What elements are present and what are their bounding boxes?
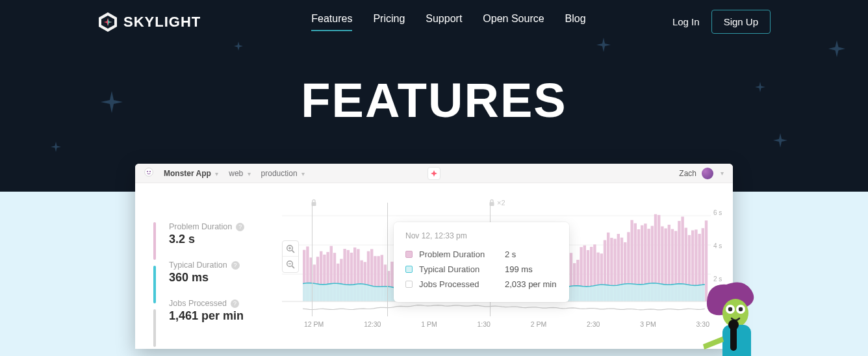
stat-gutter xyxy=(153,222,160,349)
svg-rect-137 xyxy=(705,220,708,301)
y-axis-ticks: 6 s 4 s 2 s xyxy=(713,209,728,283)
stat-value-jobs: 1,461 per min xyxy=(169,309,279,323)
tooltip-time: Nov 12, 12:33 pm xyxy=(405,231,557,240)
brand-name: SKYLIGHT xyxy=(123,14,201,31)
xtick: 3 PM xyxy=(640,320,656,328)
xtick: 3:30 xyxy=(696,320,709,328)
tooltip-value-jobs: 2,033 per min xyxy=(505,279,557,289)
swatch-teal-icon xyxy=(405,266,413,273)
user-name[interactable]: Zach xyxy=(679,169,696,178)
chart-zoom-tools xyxy=(282,240,299,273)
chevron-down-icon: ▾ xyxy=(301,170,305,177)
chevron-down-icon: ▾ xyxy=(721,170,724,177)
lock-badge: ×2 xyxy=(497,199,505,207)
brand-logo[interactable]: SKYLIGHT xyxy=(97,12,201,32)
svg-line-6 xyxy=(292,250,294,253)
stat-label-problem: Problem Duration xyxy=(169,222,232,231)
nav-features[interactable]: Features xyxy=(311,13,352,31)
env-select[interactable]: production xyxy=(261,169,298,178)
stat-label-jobs: Jobs Processed xyxy=(169,299,227,308)
swatch-grey-icon xyxy=(405,281,413,288)
segment-select[interactable]: web xyxy=(229,169,243,178)
zoom-in-icon[interactable] xyxy=(283,241,298,257)
ytick: 4 s xyxy=(713,242,728,249)
svg-point-4 xyxy=(149,171,151,172)
tooltip-value-problem: 2 s xyxy=(505,249,516,259)
app-name-select[interactable]: Monster App xyxy=(164,169,211,178)
star-decoration xyxy=(51,142,61,152)
dash-header: Monster App ▾ web ▾ production ▾ Zach ▾ xyxy=(135,164,733,183)
avatar[interactable] xyxy=(702,168,713,179)
nav-support[interactable]: Support xyxy=(426,13,462,31)
xtick: 2:30 xyxy=(587,320,600,328)
ytick: 6 s xyxy=(713,209,728,216)
xtick: 2 PM xyxy=(531,320,547,328)
xtick: 12:30 xyxy=(364,320,381,328)
tooltip-label-problem: Problem Duration xyxy=(419,249,498,259)
chart-area[interactable]: ×2 6 s 4 s 2 s xyxy=(282,203,713,349)
login-link[interactable]: Log In xyxy=(672,16,700,27)
ytick: 2 s xyxy=(713,275,728,283)
app-logo-icon xyxy=(144,168,153,179)
zoom-out-icon[interactable] xyxy=(283,257,298,272)
stat-block: Problem Duration ? 3.2 s Typical Duratio… xyxy=(169,222,279,349)
svg-point-3 xyxy=(147,171,148,172)
lock-marker: ×2 xyxy=(489,199,505,207)
signup-button[interactable]: Sign Up xyxy=(711,10,771,34)
chart-tooltip: Nov 12, 12:33 pm Problem Duration 2 s Ty… xyxy=(394,222,569,302)
stat-label-typical: Typical Duration xyxy=(169,261,227,270)
stat-value-problem: 3.2 s xyxy=(169,233,279,246)
x-axis-ticks: 12 PM 12:30 1 PM 1:30 2 PM 2:30 3 PM 3:3… xyxy=(282,316,713,328)
xtick: 1:30 xyxy=(478,320,491,328)
logo-hex-icon xyxy=(97,12,118,32)
page-title: FEATURES xyxy=(0,73,868,128)
chevron-down-icon: ▾ xyxy=(215,170,218,177)
stat-value-typical: 360 ms xyxy=(169,271,279,285)
swatch-pink-icon xyxy=(405,251,413,258)
chart-vline xyxy=(387,203,388,316)
auth-area: Log In Sign Up xyxy=(672,10,771,34)
chevron-down-icon: ▾ xyxy=(248,170,251,177)
nav-blog[interactable]: Blog xyxy=(565,13,586,31)
help-icon[interactable]: ? xyxy=(236,223,244,231)
nav-open-source[interactable]: Open Source xyxy=(483,13,544,31)
dashboard-screenshot: Monster App ▾ web ▾ production ▾ Zach ▾ xyxy=(135,164,733,349)
nav-pricing[interactable]: Pricing xyxy=(373,13,405,31)
center-logo-icon xyxy=(428,167,440,180)
chart-vline xyxy=(312,203,313,316)
help-icon[interactable]: ? xyxy=(231,299,239,308)
svg-point-2 xyxy=(145,168,153,177)
svg-line-10 xyxy=(292,266,294,268)
tooltip-label-typical: Typical Duration xyxy=(419,264,498,274)
help-icon[interactable]: ? xyxy=(231,261,240,270)
xtick: 12 PM xyxy=(304,320,324,328)
star-decoration xyxy=(773,133,787,147)
tooltip-label-jobs: Jobs Processed xyxy=(419,279,498,289)
xtick: 1 PM xyxy=(421,320,437,328)
tooltip-value-typical: 199 ms xyxy=(505,264,533,274)
main-nav: Features Pricing Support Open Source Blo… xyxy=(311,13,585,31)
